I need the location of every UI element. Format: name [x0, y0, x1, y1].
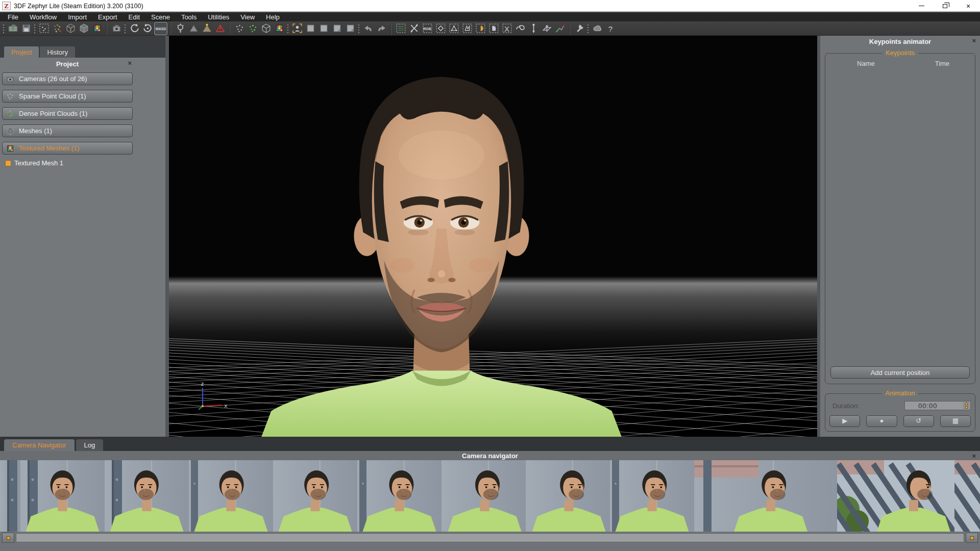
select-by-grid-icon[interactable] — [394, 22, 407, 35]
camera-thumbnail-1[interactable] — [0, 460, 20, 532]
textured-mesh-generation-icon[interactable] — [90, 22, 104, 35]
viewport-3d[interactable]: z x — [169, 36, 817, 437]
camera-thumbnail-12[interactable] — [954, 460, 980, 532]
spinner-up-icon[interactable] — [965, 403, 968, 405]
tab-history[interactable]: History — [40, 46, 75, 58]
scroll-right-button[interactable] — [966, 533, 978, 543]
workspace-panel-3-icon[interactable] — [330, 22, 344, 35]
camera-thumbnail-7[interactable] — [442, 460, 526, 532]
select-plane-icon[interactable] — [487, 22, 500, 35]
thumbnail-scrollbar[interactable] — [0, 532, 980, 544]
show-textured-mesh-icon[interactable] — [273, 22, 286, 35]
pin-control-point-icon[interactable] — [527, 22, 540, 35]
dense-cloud-generation-icon[interactable] — [64, 22, 77, 35]
lighting-toggle-icon[interactable] — [174, 22, 187, 35]
export-video-button[interactable]: ▦ — [940, 415, 971, 427]
duration-spinner[interactable] — [963, 402, 969, 409]
tab-camera-navigator[interactable]: Camera Navigator — [4, 439, 75, 451]
camera-thumbnail-8[interactable] — [526, 460, 610, 532]
workspace-panel-2-icon[interactable] — [317, 22, 330, 35]
render-wireframe-icon[interactable] — [213, 22, 227, 35]
tab-project[interactable]: Project — [4, 46, 39, 58]
render-solid-icon[interactable] — [187, 22, 200, 35]
scroll-left-button[interactable] — [2, 533, 14, 543]
camera-thumbnail-9[interactable] — [610, 460, 694, 532]
toolbar-drag-handle[interactable] — [33, 23, 37, 34]
add-current-position-button[interactable]: Add current position — [830, 366, 970, 379]
toolbar-drag-handle[interactable] — [2, 23, 6, 34]
screenshot-camera-icon[interactable] — [110, 22, 123, 35]
project-item-cameras-26-out-of-26[interactable]: Cameras (26 out of 26) — [2, 72, 133, 85]
record-button[interactable]: ● — [866, 415, 897, 427]
select-circle-icon[interactable] — [474, 22, 487, 35]
lasso-select-icon[interactable] — [513, 22, 527, 35]
minimize-button[interactable] — [910, 0, 933, 12]
camera-navigator-close-icon[interactable]: × — [972, 452, 976, 460]
project-item-textured-mesh-1[interactable]: Textured Mesh 1 — [5, 159, 137, 167]
camera-thumbnail-2[interactable] — [20, 460, 105, 532]
menu-utilities[interactable]: Utilities — [202, 13, 235, 21]
toolbar-drag-handle[interactable] — [286, 23, 290, 34]
select-by-color-icon[interactable]: RGB — [421, 22, 434, 35]
delete-selection-icon[interactable]: X — [500, 22, 513, 35]
select-triangle-icon[interactable] — [447, 22, 460, 35]
menu-workflow[interactable]: Workflow — [24, 13, 62, 21]
select-polyline-icon[interactable] — [460, 22, 474, 35]
show-dense-cloud-icon[interactable] — [246, 22, 259, 35]
project-item-dense-point-clouds-1[interactable]: Dense Point Clouds (1) — [2, 107, 133, 120]
redo-icon[interactable] — [375, 22, 388, 35]
workspace-panel-1-icon[interactable] — [304, 22, 317, 35]
toolbar-drag-handle[interactable] — [586, 23, 590, 34]
camera-thumbnail-10[interactable] — [694, 460, 837, 532]
scrollbar-track[interactable] — [16, 533, 964, 542]
camera-thumbnail-3[interactable] — [105, 460, 189, 532]
menu-scene[interactable]: Scene — [145, 13, 176, 21]
wasd-navigation-icon[interactable]: WASD — [154, 22, 167, 35]
menu-import[interactable]: Import — [62, 13, 92, 21]
project-item-meshes-1[interactable]: Meshes (1) — [2, 124, 133, 137]
show-sparse-cloud-icon[interactable] — [233, 22, 246, 35]
camera-thumbnail-5[interactable] — [273, 460, 357, 532]
loop-button[interactable]: ↺ — [903, 415, 934, 427]
toolbar-drag-handle[interactable] — [124, 23, 127, 34]
new-project-icon[interactable] — [37, 22, 51, 35]
render-textured-icon[interactable] — [200, 22, 213, 35]
open-project-icon[interactable] — [6, 22, 19, 35]
mesh-extraction-icon[interactable] — [77, 22, 90, 35]
help-icon[interactable]: ? — [604, 22, 617, 35]
project-panel-close-icon[interactable]: × — [128, 59, 132, 67]
show-mesh-icon[interactable] — [259, 22, 273, 35]
duration-field[interactable]: 00:00 — [904, 401, 971, 410]
select-rectangle-icon[interactable] — [434, 22, 447, 35]
sparse-cloud-generation-icon[interactable] — [51, 22, 64, 35]
cloud-tools-icon[interactable] — [591, 22, 604, 35]
menu-edit[interactable]: Edit — [123, 13, 145, 21]
settings-wrench-icon[interactable] — [573, 22, 586, 35]
play-button[interactable]: ▶ — [829, 415, 860, 427]
spinner-down-icon[interactable] — [965, 406, 968, 409]
restore-button[interactable] — [933, 0, 957, 12]
close-button[interactable]: × — [957, 0, 980, 12]
rotate-view-cw-icon[interactable] — [141, 22, 154, 35]
select-cut-icon[interactable] — [407, 22, 421, 35]
camera-thumbnail-4[interactable] — [189, 460, 273, 532]
menu-file[interactable]: File — [2, 13, 24, 21]
crop-selection-person-icon[interactable] — [290, 22, 304, 35]
tab-log[interactable]: Log — [76, 439, 104, 451]
save-project-icon[interactable] — [19, 22, 33, 35]
menu-help[interactable]: Help — [260, 13, 285, 21]
menu-view[interactable]: View — [235, 13, 260, 21]
undo-icon[interactable] — [361, 22, 375, 35]
workspace-panel-4-icon[interactable] — [344, 22, 357, 35]
camera-thumbnail-6[interactable] — [357, 460, 442, 532]
project-item-sparse-point-cloud-1[interactable]: Sparse Point Cloud (1) — [2, 90, 133, 103]
keypoints-list[interactable] — [825, 69, 975, 363]
camera-thumbnail-11[interactable] — [837, 460, 954, 532]
project-item-textured-meshes-1[interactable]: Textured Meshes (1) — [2, 142, 133, 155]
left-splitter[interactable] — [165, 36, 169, 437]
toolbar-drag-handle[interactable] — [357, 23, 361, 34]
keypoints-animator-close-icon[interactable]: × — [972, 37, 976, 44]
path-editing-icon[interactable] — [553, 22, 567, 35]
menu-export[interactable]: Export — [92, 13, 123, 21]
menu-tools[interactable]: Tools — [176, 13, 202, 21]
